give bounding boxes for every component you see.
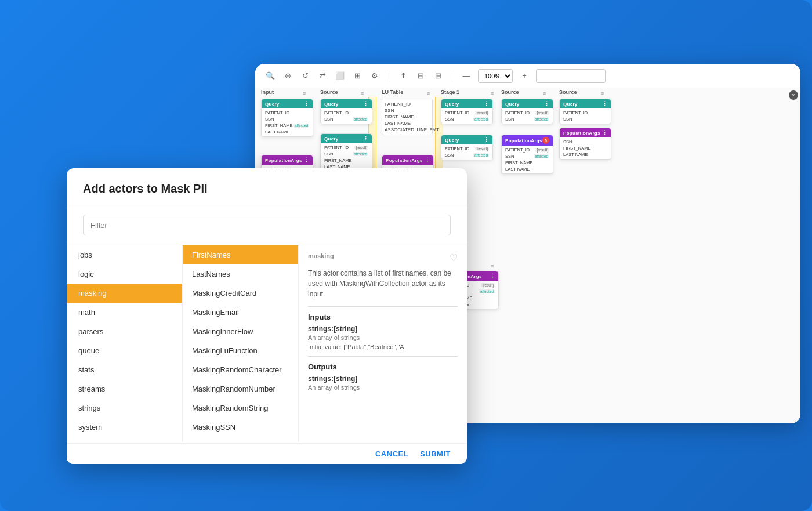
diagram-toolbar: 🔍 ⊕ ↺ ⇄ ⬜ ⊞ ⚙ ⬆ ⊟ ⊞ — 100% 75% 50% + — [255, 64, 800, 88]
category-item-math[interactable]: math — [67, 303, 182, 322]
detail-column: masking ♡ This actor contains a list of … — [299, 245, 467, 442]
node-source3-query[interactable]: Query ⋮ PATIENT_ID SSN — [559, 99, 611, 124]
node-stage1-query2[interactable]: Query ⋮ PATIENT_ID[result] SSNaffected — [441, 135, 493, 160]
output-field-desc: An array of strings — [308, 384, 458, 391]
divider1 — [389, 70, 389, 82]
actor-item-MaskingSequence[interactable]: MaskingSequence — [183, 437, 298, 442]
category-item-system[interactable]: system — [67, 418, 182, 437]
grid-icon[interactable]: ⊞ — [351, 70, 363, 82]
share-icon[interactable]: ⊞ — [432, 70, 444, 82]
category-item-stats[interactable]: stats — [67, 360, 182, 379]
col-menu-source2[interactable]: ≡ — [543, 90, 546, 96]
col-label-source3: Source — [559, 89, 577, 95]
detail-description: This actor contains a list of first name… — [308, 268, 458, 299]
cancel-button[interactable]: CANCEL — [375, 450, 408, 458]
add-icon[interactable]: ⊕ — [282, 70, 293, 82]
actor-item-MaskingSSN[interactable]: MaskingSSN — [183, 418, 298, 437]
sync-icon[interactable]: ⇄ — [317, 70, 328, 82]
filter-input[interactable] — [83, 215, 451, 235]
node-input-query[interactable]: Query ⋮ PATIENT_ID SSN FIRST_NAMEaffecte… — [261, 99, 313, 137]
settings-icon[interactable]: ⚙ — [369, 70, 380, 82]
actor-item-MaskingInnerFlow[interactable]: MaskingInnerFlow — [183, 322, 298, 341]
actor-item-MaskingRandomString[interactable]: MaskingRandomString — [183, 398, 298, 418]
detail-top: masking ♡ — [308, 252, 458, 263]
dialog-footer: CANCEL SUBMIT — [67, 443, 467, 464]
input-field-name: strings:[string] — [308, 325, 458, 333]
col-label-source1: Source — [320, 89, 338, 95]
zoom-select[interactable]: 100% 75% 50% — [478, 69, 513, 83]
col-menu-input[interactable]: ≡ — [303, 90, 306, 96]
actor-item-MaskingEmail[interactable]: MaskingEmail — [183, 303, 298, 322]
favorite-icon[interactable]: ♡ — [449, 252, 458, 263]
category-item-logic[interactable]: logic — [67, 264, 182, 284]
input-field-desc: An array of strings — [308, 334, 458, 341]
col-label-source2: Source — [501, 89, 519, 95]
lu-table-fields: PATIENT_ID SSN FIRST_NAME LAST NAME ASSO… — [382, 99, 433, 135]
node-source2-populationargs[interactable]: PopulationArgs 0 PATIENT_ID[result] SSNa… — [501, 135, 553, 174]
actors-column: FirstNamesLastNamesMaskingCreditCardMask… — [183, 245, 299, 442]
category-item-streams[interactable]: streams — [67, 379, 182, 398]
col-label-stage1: Stage 1 — [441, 89, 459, 95]
node-source3-populationargs[interactable]: PopulationArgs ⋮ SSN FIRST_NAME LAST NAM… — [559, 128, 611, 160]
refresh-icon[interactable]: ↺ — [299, 70, 311, 82]
actor-item-MaskingRandomNumber[interactable]: MaskingRandomNumber — [183, 379, 298, 398]
divider-inputs — [308, 306, 458, 307]
col-menu-stage1-bottom[interactable]: ≡ — [491, 263, 494, 269]
col-menu-stage1[interactable]: ≡ — [491, 90, 494, 96]
dialog-filter-area — [83, 215, 451, 235]
divider-outputs — [308, 356, 458, 357]
dialog-header: Add actors to Mask PII — [67, 168, 467, 205]
actor-item-LastNames[interactable]: LastNames — [183, 264, 298, 284]
category-item-masking[interactable]: masking — [67, 284, 182, 303]
category-item-testing[interactable]: testing — [67, 437, 182, 442]
col-label-lutable: LU Table — [382, 89, 403, 95]
zoom-icon[interactable]: 🔍 — [264, 70, 276, 82]
category-item-strings[interactable]: strings — [67, 398, 182, 418]
dialog-body: jobslogicmaskingmathparsersqueuestatsstr… — [67, 245, 467, 442]
inputs-title: Inputs — [308, 313, 458, 321]
col-menu-source3[interactable]: ≡ — [601, 90, 604, 96]
col-menu-source1[interactable]: ≡ — [361, 90, 364, 96]
node-stage1-query[interactable]: Query ⋮ PATIENT_ID[result] SSNaffected — [441, 99, 493, 124]
col-label-input: Input — [261, 89, 274, 95]
node-source2-query[interactable]: Query ⋮ PATIENT_ID[result] SSNaffected — [501, 99, 553, 124]
actor-item-MaskingLuFunction[interactable]: MaskingLuFunction — [183, 341, 298, 360]
dialog-title: Add actors to Mask PII — [83, 182, 451, 195]
category-item-parsers[interactable]: parsers — [67, 322, 182, 341]
canvas-close-button[interactable]: × — [789, 90, 798, 100]
output-field-name: strings:[string] — [308, 375, 458, 383]
export-icon[interactable]: ⬆ — [397, 70, 409, 82]
minus-icon[interactable]: — — [461, 70, 472, 82]
actor-item-FirstNames[interactable]: FirstNames — [183, 245, 298, 264]
category-item-queue[interactable]: queue — [67, 341, 182, 360]
actor-item-MaskingRandomCharacter[interactable]: MaskingRandomCharacter — [183, 360, 298, 379]
detail-badge: masking — [308, 252, 334, 259]
outputs-title: Outputs — [308, 363, 458, 371]
col-menu-lutable[interactable]: ≡ — [427, 90, 430, 96]
category-item-jobs[interactable]: jobs — [67, 245, 182, 264]
categories-column: jobslogicmaskingmathparsersqueuestatsstr… — [67, 245, 183, 442]
submit-button[interactable]: SUBMIT — [420, 450, 451, 458]
actor-item-MaskingCreditCard[interactable]: MaskingCreditCard — [183, 284, 298, 303]
dialog-panel: Add actors to Mask PII jobslogicmaskingm… — [67, 168, 467, 464]
divider2 — [452, 70, 452, 82]
node-source1-query1[interactable]: Query ⋮ PATIENT_ID SSNaffected — [320, 99, 372, 124]
plus-icon[interactable]: + — [519, 70, 530, 82]
import-icon[interactable]: ⊟ — [415, 70, 426, 82]
input-field-value: Initial value: ["Paula","Beatrice","A — [308, 343, 458, 350]
layout-icon[interactable]: ⬜ — [334, 70, 346, 82]
search-input[interactable] — [536, 69, 606, 83]
